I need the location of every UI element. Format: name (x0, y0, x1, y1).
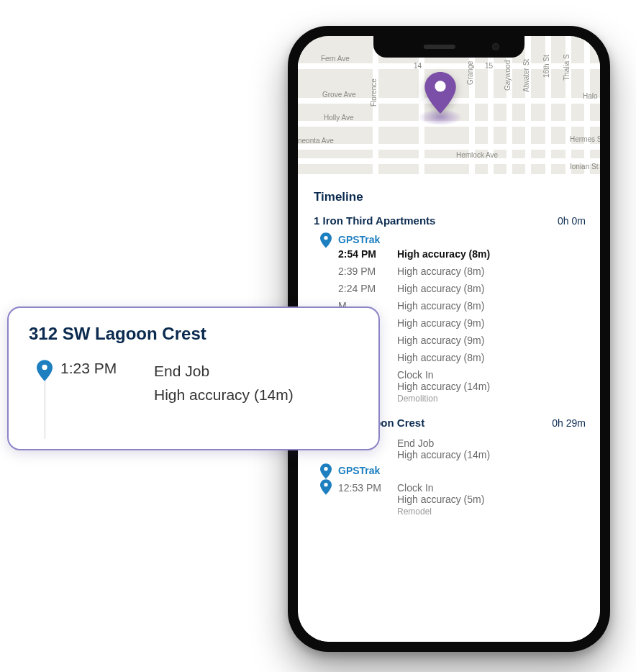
entry-desc: High accuracy (8m) (397, 283, 484, 294)
street-label: Florence (370, 78, 378, 106)
entry-desc-line: High accuracy (8m) (397, 248, 490, 260)
entry-desc-line: High accuracy (9m) (397, 317, 484, 329)
entry-desc-line: High accuracy (8m) (397, 352, 484, 363)
svg-point-5 (42, 365, 47, 370)
entry-desc: High accuracy (9m) (397, 317, 484, 329)
entry-sub: Remodel (397, 507, 484, 517)
street-label: neonta Ave (298, 137, 334, 145)
street-label: Ionian St (570, 163, 598, 171)
job-title[interactable]: 1 Iron Third Apartments (314, 214, 435, 227)
entry-desc-line: High accuracy (8m) (397, 265, 484, 277)
pin-icon (320, 479, 332, 495)
phone-notch (373, 36, 524, 58)
entry-desc-line: High accuracy (8m) (397, 300, 484, 312)
street-label: Thalia S (563, 54, 571, 81)
svg-point-3 (324, 467, 327, 471)
street-label: 15 (485, 62, 493, 70)
entry-desc-line: End Job (397, 437, 434, 449)
street-label: Hermes S (570, 135, 600, 143)
job-duration: 0h 0m (558, 215, 586, 227)
entry-desc: High accuracy (9m) (397, 335, 484, 346)
entry-desc-line: High accuracy (14m) (397, 449, 490, 460)
street-label: Gaywood (504, 60, 512, 91)
street-label: Halo (583, 92, 598, 100)
street-label: Holly Ave (324, 114, 354, 122)
road (298, 144, 600, 150)
entry-time: 2:54 PM (338, 248, 397, 260)
svg-point-0 (435, 81, 445, 91)
pin-icon (320, 232, 332, 248)
timeline-entry[interactable]: 2:54 PMHigh accuracy (8m) (338, 245, 586, 263)
svg-point-1 (324, 236, 327, 240)
job-duration: 0h 29m (552, 417, 586, 429)
street-label: Grove Ave (322, 91, 356, 99)
gps-label: GPSTrak (338, 463, 586, 476)
entry-desc-line: High accuracy (14m) (397, 381, 490, 392)
road (525, 36, 531, 174)
entry-time: 2:39 PM (338, 265, 397, 277)
street-label: 16th St (542, 55, 550, 78)
timeline-entry[interactable]: 2:24 PMHigh accuracy (8m) (338, 280, 586, 297)
callout-time: 1:23 PM (60, 360, 154, 377)
entry-desc-line: Clock In (397, 369, 434, 381)
entry-desc: End JobHigh accuracy (14m) (397, 437, 490, 460)
entry-desc: High accuracy (8m) (397, 300, 484, 312)
road (298, 63, 600, 69)
entry-desc-line: High accuracy (9m) (397, 335, 484, 346)
map-pin-icon[interactable] (424, 72, 456, 114)
entry-desc-line: Clock In (397, 482, 434, 494)
callout-desc-line: End Job (154, 363, 209, 379)
street-label: Hemlock Ave (456, 151, 498, 159)
entry-sub: Demolition (397, 394, 490, 404)
street-label: Fern Ave (321, 55, 350, 63)
callout-desc-line: High accuracy (14m) (154, 386, 294, 403)
page-title: Timeline (314, 190, 586, 204)
gps-label: GPSTrak (338, 232, 586, 245)
pin-icon (320, 463, 332, 479)
road (298, 158, 600, 164)
entry-time: 2:24 PM (338, 283, 397, 294)
svg-point-4 (324, 483, 327, 486)
entry-time: 12:53 PM (338, 482, 397, 517)
timeline-entry[interactable]: 2:39 PMHigh accuracy (8m) (338, 263, 586, 280)
timeline-entry[interactable]: 12:53 PMClock InHigh accuracy (5m)Remode… (338, 479, 586, 519)
entry-desc: Clock InHigh accuracy (5m)Remodel (397, 482, 484, 517)
entry-desc-line: High accuracy (8m) (397, 283, 484, 294)
entry-desc-line: High accuracy (5m) (397, 494, 484, 505)
pin-icon (37, 360, 53, 381)
road (584, 36, 590, 174)
detail-callout: 312 SW Lagoon Crest 1:23 PM End Job High… (7, 307, 380, 450)
street-label: Grange (466, 61, 474, 85)
entry-desc: Clock InHigh accuracy (14m)Demolition (397, 369, 490, 404)
callout-desc: End Job High accuracy (14m) (154, 360, 294, 407)
callout-title: 312 SW Lagoon Crest (29, 324, 358, 344)
street-label: 14 (414, 62, 422, 70)
entry-desc: High accuracy (8m) (397, 248, 490, 260)
entry-desc: High accuracy (8m) (397, 352, 484, 363)
timeline-line (45, 381, 45, 439)
street-label: Atwater St (522, 59, 530, 92)
entry-desc: High accuracy (8m) (397, 265, 484, 277)
